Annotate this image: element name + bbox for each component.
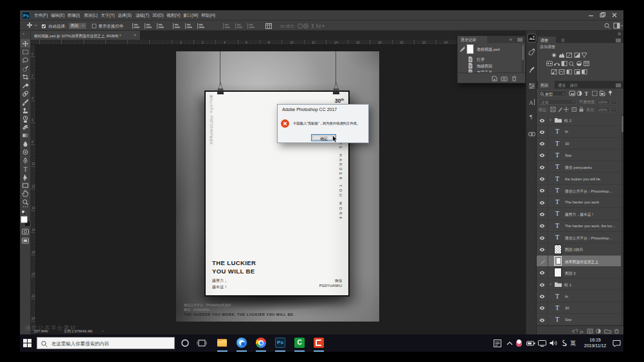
svg-text:T: T — [23, 166, 27, 173]
svg-text:T: T — [585, 90, 589, 97]
svg-text:¶: ¶ — [530, 114, 532, 120]
svg-text:fx: fx — [580, 329, 584, 334]
svg-text:A: A — [529, 99, 533, 106]
